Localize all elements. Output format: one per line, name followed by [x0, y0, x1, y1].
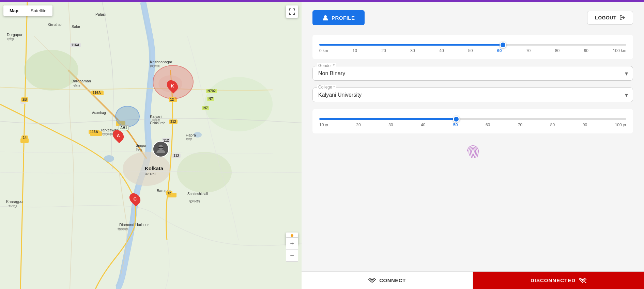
dist-label-30: 30 [410, 48, 415, 53]
disconnected-icon [579, 278, 586, 283]
age-label-20: 20 [356, 123, 361, 127]
user-location-circle [115, 106, 140, 127]
logout-icon [619, 15, 625, 21]
road-116a-b: 116A [89, 130, 99, 134]
satellite-tab[interactable]: Satellite [25, 5, 52, 16]
dist-label-100: 100 km [613, 48, 626, 53]
spacer [312, 172, 633, 281]
bottom-buttons: CONNECT DISCONNECTED [302, 271, 644, 289]
college-label: College * [317, 85, 336, 90]
map-background [0, 2, 302, 289]
zoom-out-button[interactable]: − [286, 250, 298, 262]
dist-label-40: 40 [439, 48, 444, 53]
marker-a[interactable]: A [113, 129, 123, 142]
map-toggle: Map Satellite [3, 5, 52, 16]
svg-rect-18 [162, 147, 163, 148]
age-label-70: 70 [518, 123, 522, 127]
college-select[interactable]: Kalyani University Jadavpur University P… [318, 89, 627, 98]
disconnected-button[interactable]: DISCONNECTED [473, 272, 644, 289]
age-label-30: 30 [388, 123, 393, 127]
avatar-image [153, 142, 168, 157]
fingerprint-section [312, 140, 633, 165]
age-label-60: 60 [486, 123, 490, 127]
dist-label-60: 60 [497, 48, 502, 53]
zoom-in-button[interactable]: + [286, 237, 298, 250]
profile-button[interactable]: PROFILE [312, 10, 365, 25]
gender-select[interactable]: Non Binary Male Female Other [318, 68, 627, 77]
logout-btn-label: LOGOUT [595, 15, 616, 20]
logout-button[interactable]: LOGOUT [587, 11, 633, 25]
fullscreen-button[interactable] [286, 5, 298, 18]
marker-c[interactable]: C [130, 193, 140, 205]
marker-c-label: C [133, 196, 136, 202]
road-2b: 2B [21, 97, 28, 102]
svg-point-26 [582, 282, 583, 283]
age-label-50: 50 [453, 123, 458, 127]
road-116a-c: 116A [70, 43, 81, 47]
disconnected-btn-label: DISCONNECTED [531, 277, 576, 283]
user-avatar-marker[interactable] [153, 141, 169, 157]
age-labels: 10 yr 20 30 40 50 60 70 80 90 100 yr [319, 123, 626, 127]
map-section: Map Satellite Krishnanagar কৃষ্ণনগর Bard… [0, 2, 302, 289]
svg-point-25 [372, 282, 373, 283]
gender-label: Gender * [317, 63, 336, 68]
svg-point-12 [123, 152, 170, 186]
road-312: 312 [169, 119, 178, 124]
profile-btn-label: PROFILE [332, 15, 355, 21]
fullscreen-icon [289, 9, 295, 15]
dist-label-20: 20 [381, 48, 386, 53]
profile-icon [322, 14, 329, 21]
dist-label-90: 90 [584, 48, 588, 53]
header-buttons: PROFILE LOGOUT [312, 10, 633, 25]
age-slider[interactable] [319, 118, 626, 120]
connect-btn-label: CONNECT [379, 277, 406, 283]
wifi-icon [368, 278, 376, 283]
dist-label-50: 50 [468, 48, 473, 53]
fingerprint-icon [465, 143, 481, 163]
road-n7: N7 [202, 106, 209, 110]
map-tab[interactable]: Map [3, 5, 25, 16]
age-label-40: 40 [421, 123, 425, 127]
road-112b: 112 [172, 154, 181, 158]
road-14: 14 [21, 135, 28, 140]
svg-point-10 [204, 77, 273, 131]
svg-point-15 [194, 132, 202, 138]
age-label-10: 10 yr [319, 123, 328, 127]
road-116a: 116A [91, 91, 102, 95]
distance-slider[interactable] [319, 44, 626, 46]
dist-label-10: 10 [353, 48, 357, 53]
gender-dropdown-section: Gender * Non Binary Male Female Other ▾ [312, 66, 633, 81]
marker-a-label: A [117, 133, 120, 138]
svg-point-20 [291, 234, 293, 237]
age-slider-section: 10 yr 20 30 40 50 60 70 80 90 100 yr [312, 109, 633, 133]
age-label-80: 80 [550, 123, 555, 127]
marker-k-label: K [171, 83, 174, 89]
distance-labels: 0 km 10 20 30 40 50 60 70 80 90 100 km [319, 48, 626, 53]
distance-slider-section: 0 km 10 20 30 40 50 60 70 80 90 100 km [312, 35, 633, 59]
connect-button[interactable]: CONNECT [302, 272, 473, 289]
age-label-100: 100 yr [615, 123, 626, 127]
road-12: 12 [169, 97, 175, 102]
dist-label-80: 80 [555, 48, 559, 53]
marker-k[interactable]: K [168, 80, 177, 92]
dist-label-0: 0 km [319, 48, 328, 53]
svg-rect-17 [158, 147, 160, 148]
map-container: Map Satellite Krishnanagar কৃষ্ণনগর Bard… [0, 2, 302, 289]
college-dropdown-section: College * Kalyani University Jadavpur Un… [312, 87, 633, 102]
road-n702: N702 [206, 89, 217, 93]
right-panel: PROFILE LOGOUT 0 km 10 20 30 40 50 [302, 2, 644, 289]
road-n7b: N7 [207, 97, 214, 101]
road-12b: 12 [166, 191, 172, 195]
svg-point-14 [104, 155, 114, 162]
age-label-90: 90 [583, 123, 587, 127]
svg-point-23 [324, 15, 327, 18]
dist-label-70: 70 [526, 48, 531, 53]
main-container: Map Satellite Krishnanagar কৃষ্ণনগর Bard… [0, 2, 644, 289]
zoom-controls: + − [286, 237, 298, 262]
